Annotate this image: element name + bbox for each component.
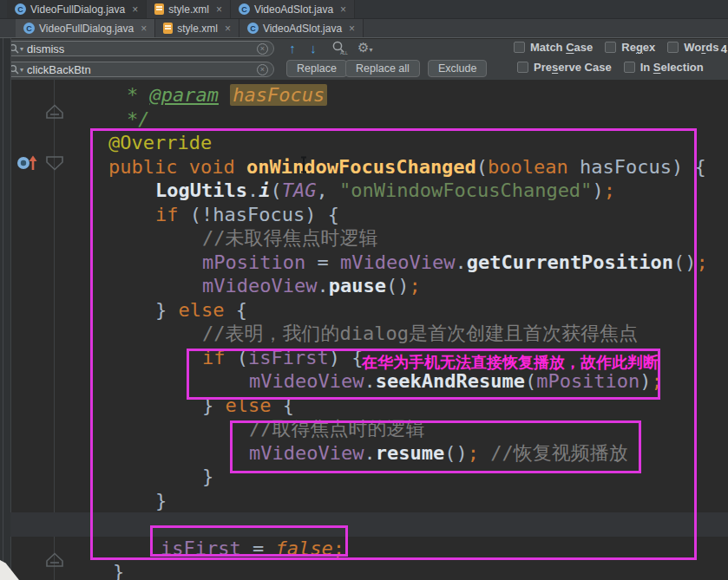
replace-all-button[interactable]: Replace all [345,60,420,77]
checkbox-regex[interactable]: Regex [605,41,655,54]
chevron-down-icon: ▾ [20,66,23,74]
tab-style.xml[interactable]: style.xml× [155,19,239,37]
code-line: */ [0,108,728,132]
tab-style.xml[interactable]: style.xml× [147,0,231,18]
fold-collapse-icon[interactable] [44,551,65,576]
checkbox-icon[interactable] [514,42,525,53]
next-match-icon[interactable]: ↓ [305,41,321,55]
tab-VideoFullDialog.java[interactable]: CVideoFullDialog.java× [7,0,147,18]
search-query-text[interactable]: dismiss [27,42,253,55]
tab-VideoFullDialog.java[interactable]: CVideoFullDialog.java× [16,19,155,37]
replace-input[interactable]: ▾ clickBackBtn × [3,62,274,77]
xml-file-icon [163,23,173,34]
search-options-row2: Preserve CaseIn Selection [517,61,704,74]
match-count: 4 [721,42,727,55]
java-file-icon: C [15,3,26,15]
tab-bar-top: CVideoFullDialog.java×style.xml×CVideoAd… [0,0,728,19]
checkbox-label: In Selection [640,61,704,74]
fold-collapse-icon[interactable] [44,103,65,127]
checkbox-icon[interactable] [517,62,528,73]
close-tab-icon[interactable]: × [225,23,231,34]
tab-label: style.xml [168,3,209,16]
checkbox-label: Preserve Case [534,61,612,74]
checkbox-preserve-case[interactable]: Preserve Case [517,61,612,74]
clear-search-icon[interactable]: × [257,43,268,55]
text-cursor-icon [299,156,308,177]
close-tab-icon[interactable]: × [132,4,138,15]
checkbox-words[interactable]: Words [667,41,718,54]
fold-expand-icon[interactable] [44,152,65,176]
replace-button[interactable]: Replace [286,60,347,77]
java-file-icon: C [23,23,35,34]
ide-window: CVideoFullDialog.java×style.xml×CVideoAd… [0,0,728,580]
checkbox-label: Regex [621,41,655,54]
xml-file-icon [154,3,164,15]
close-tab-icon[interactable]: × [349,23,355,34]
annotation-note: 在华为手机无法直接恢复播放，故作此判断 [362,352,648,373]
checkbox-in-selection[interactable]: In Selection [624,61,704,74]
tab-label: VideoFullDialog.java [39,23,134,35]
filter-gear-icon[interactable]: ⚙▾ [357,40,372,55]
tab-label: VideoAdSlot.java [263,23,342,35]
checkbox-match-case[interactable]: Match Case [514,41,593,54]
override-method-icon[interactable] [16,153,40,176]
search-options-row1: Match CaseRegexWords [514,41,719,54]
annotation-box-isfirst [150,525,348,557]
tab-label: style.xml [177,23,218,35]
chevron-down-icon: ▾ [20,45,23,53]
checkbox-label: Match Case [530,41,593,54]
chevron-down-icon: ▾ [369,46,372,54]
java-file-icon: C [239,3,250,15]
replace-value-text[interactable]: clickBackBtn [27,63,253,76]
tab-VideoAdSlot.java[interactable]: CVideoAdSlot.java× [239,19,364,37]
close-tab-icon[interactable]: × [340,4,346,15]
close-tab-icon[interactable]: × [141,23,147,34]
tab-label: VideoAdSlot.java [254,3,333,16]
svg-text:ALL: ALL [340,50,348,55]
tab-label: VideoFullDialog.java [30,3,125,16]
checkbox-icon[interactable] [667,42,679,53]
tab-VideoAdSlot.java[interactable]: CVideoAdSlot.java× [231,0,355,18]
previous-match-icon[interactable]: ↑ [285,41,300,55]
checkbox-icon[interactable] [624,62,635,73]
exclude-button[interactable]: Exclude [428,60,487,77]
find-all-icon[interactable]: ALL [331,41,348,58]
code-line: } [0,560,728,580]
annotation-box-resume [230,420,641,473]
search-input[interactable]: ▾ dismiss × [3,41,274,56]
clear-replace-icon[interactable]: × [257,64,268,75]
tab-bar: CVideoFullDialog.java×style.xml×CVideoAd… [0,19,728,38]
java-file-icon: C [247,23,259,34]
checkbox-label: Words [684,41,718,54]
annotation-box-method [90,128,697,560]
checkbox-icon[interactable] [605,42,616,53]
close-tab-icon[interactable]: × [216,4,222,15]
code-line: * @param hasFocus [0,83,728,108]
